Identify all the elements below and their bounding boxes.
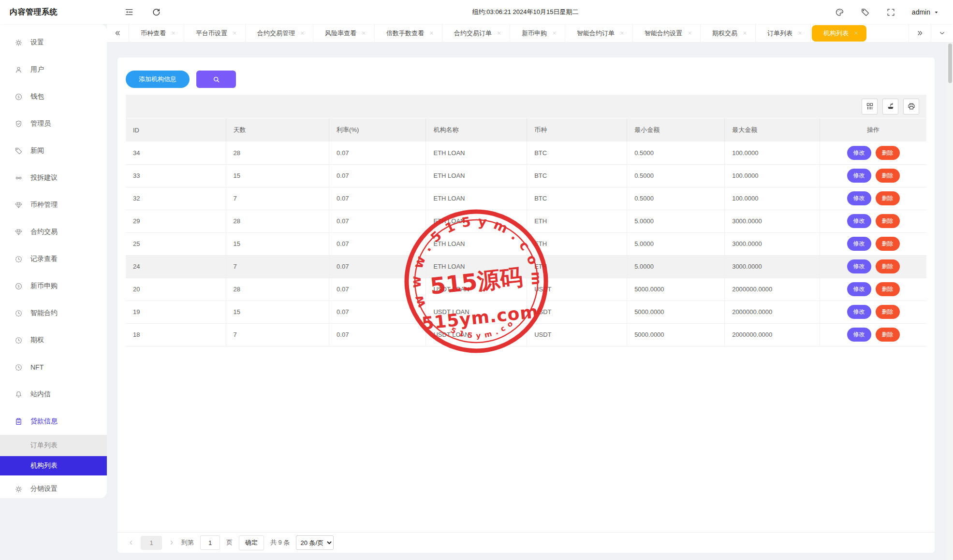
sidebar-subitem-1-机构列表[interactable]: 机构列表 — [0, 456, 107, 475]
sidebar-item-1-用户[interactable]: 用户 — [0, 56, 107, 83]
cell-coin: ETH — [527, 232, 627, 255]
admin-menu[interactable]: admin — [912, 8, 939, 16]
refresh-icon[interactable] — [151, 7, 161, 17]
table-row-id-29: 29280.07ETH LOANETH5.00003000.0000修改删除 — [126, 210, 926, 232]
sidebar-item-4-新闻[interactable]: 新闻 — [0, 137, 107, 164]
print-button[interactable] — [903, 99, 919, 115]
sidebar-item-2-钱包[interactable]: $钱包 — [0, 83, 107, 110]
close-icon[interactable] — [619, 30, 625, 36]
sidebar-item-10-智能合约[interactable]: 智能合约 — [0, 300, 107, 327]
delete-button[interactable]: 删除 — [876, 146, 900, 160]
edit-button[interactable]: 修改 — [847, 237, 871, 251]
cell-name: ETH LOAN — [426, 232, 527, 255]
edit-button[interactable]: 修改 — [847, 191, 871, 205]
tab-5-合约交易订单[interactable]: 合约交易订单 — [442, 24, 510, 43]
edit-button[interactable]: 修改 — [847, 146, 871, 160]
tab-3-风险率查看[interactable]: 风险率查看 — [313, 24, 375, 43]
close-icon[interactable] — [497, 30, 502, 36]
export-button[interactable] — [882, 99, 898, 115]
fullscreen-icon[interactable] — [886, 8, 895, 17]
current-page-badge[interactable]: 1 — [141, 536, 162, 550]
cell-days: 15 — [226, 232, 329, 255]
sidebar-item-12-NFT[interactable]: NFT — [0, 354, 107, 381]
delete-button[interactable]: 删除 — [876, 282, 900, 296]
cell-rate: 0.07 — [329, 301, 426, 323]
close-icon[interactable] — [361, 30, 367, 36]
tab-7-智能合约订单[interactable]: 智能合约订单 — [565, 24, 633, 43]
tag-icon[interactable] — [861, 8, 870, 17]
table-row-id-33: 33150.07ETH LOANBTC0.5000100.0000修改删除 — [126, 164, 926, 187]
close-icon[interactable] — [300, 30, 305, 36]
sidebar-item-0-设置[interactable]: 设置 — [0, 29, 107, 56]
sidebar-item-label: 合约交易 — [30, 228, 58, 236]
delete-button[interactable]: 删除 — [876, 169, 900, 183]
sidebar-item-8-记录查看[interactable]: 记录查看 — [0, 245, 107, 273]
sidebar-item-13-站内信[interactable]: 站内信 — [0, 381, 107, 408]
edit-button[interactable]: 修改 — [847, 282, 871, 296]
print-icon — [907, 102, 916, 111]
tabs-scroll-left-button[interactable] — [107, 24, 129, 43]
cell-name: ETH LOAN — [426, 187, 527, 210]
search-button[interactable] — [196, 71, 236, 88]
edit-button[interactable]: 修改 — [847, 214, 871, 228]
edit-button[interactable]: 修改 — [847, 169, 871, 183]
tab-11-机构列表[interactable]: 机构列表 — [812, 25, 866, 42]
tab-10-订单列表[interactable]: 订单列表 — [756, 24, 811, 43]
sidebar-item-9-新币申购[interactable]: $新币申购 — [0, 273, 107, 300]
sidebar-item-5-投拆建议[interactable]: 投拆建议 — [0, 164, 107, 191]
outdent-icon[interactable] — [124, 7, 134, 17]
sidebar-item-label: 币种管理 — [30, 201, 58, 209]
delete-button[interactable]: 删除 — [876, 214, 900, 228]
confirm-page-button[interactable]: 确定 — [239, 535, 264, 550]
sidebar-item-14-贷款信息[interactable]: 贷款信息 — [0, 408, 107, 435]
edit-button[interactable]: 修改 — [847, 328, 871, 342]
cell-min: 5000.0000 — [627, 301, 725, 323]
page-number-input[interactable] — [200, 535, 220, 550]
tabs-dropdown-button[interactable] — [931, 24, 953, 43]
cell-max: 3000.0000 — [725, 232, 820, 255]
close-icon[interactable] — [552, 30, 557, 36]
close-icon[interactable] — [687, 30, 692, 36]
delete-button[interactable]: 删除 — [876, 191, 900, 205]
tab-0-币种查看[interactable]: 币种查看 — [129, 24, 184, 43]
close-icon[interactable] — [171, 30, 176, 36]
sidebar-item-15-分销设置[interactable]: 分销设置 — [0, 475, 107, 498]
tabs-scroll-right-button[interactable] — [909, 24, 931, 43]
close-icon[interactable] — [232, 30, 237, 36]
page-size-select[interactable]: 20 条/页 — [296, 535, 334, 550]
close-icon[interactable] — [853, 30, 859, 36]
sidebar-item-11-期权[interactable]: 期权 — [0, 327, 107, 354]
tab-9-期权交易[interactable]: 期权交易 — [701, 24, 756, 43]
tab-4-倍数手数查看[interactable]: 倍数手数查看 — [375, 24, 442, 43]
delete-button[interactable]: 删除 — [876, 328, 900, 342]
sidebar-subitem-0-订单列表[interactable]: 订单列表 — [0, 435, 107, 456]
next-page-icon[interactable] — [168, 539, 175, 546]
cell-max: 2000000.0000 — [725, 278, 820, 301]
tab-6-新币申购[interactable]: 新币申购 — [510, 24, 565, 43]
tab-label: 智能合约设置 — [645, 29, 682, 38]
edit-button[interactable]: 修改 — [847, 305, 871, 319]
close-icon[interactable] — [797, 30, 803, 36]
add-org-button[interactable]: 添加机构信息 — [126, 71, 190, 88]
cell-days: 28 — [226, 278, 329, 301]
history-icon — [15, 363, 23, 372]
sidebar-item-6-币种管理[interactable]: 币种管理 — [0, 191, 107, 218]
palette-icon[interactable] — [835, 8, 844, 17]
tab-8-智能合约设置[interactable]: 智能合约设置 — [633, 24, 701, 43]
sidebar-item-label: NFT — [30, 363, 44, 371]
vertical-scrollbar[interactable] — [947, 43, 953, 560]
scrollbar-thumb[interactable] — [948, 43, 952, 83]
sidebar-item-7-合约交易[interactable]: 合约交易 — [0, 218, 107, 245]
delete-button[interactable]: 删除 — [876, 305, 900, 319]
close-icon[interactable] — [429, 30, 434, 36]
delete-button[interactable]: 删除 — [876, 237, 900, 251]
close-icon[interactable] — [742, 30, 748, 36]
delete-button[interactable]: 删除 — [876, 259, 900, 273]
edit-button[interactable]: 修改 — [847, 259, 871, 273]
tab-2-合约交易管理[interactable]: 合约交易管理 — [246, 24, 313, 43]
cell-rate: 0.07 — [329, 232, 426, 255]
sidebar-item-3-管理员[interactable]: 管理员 — [0, 110, 107, 137]
filter-columns-button[interactable] — [862, 99, 878, 115]
prev-page-icon[interactable] — [128, 539, 134, 546]
tab-1-平台币设置[interactable]: 平台币设置 — [184, 24, 246, 43]
